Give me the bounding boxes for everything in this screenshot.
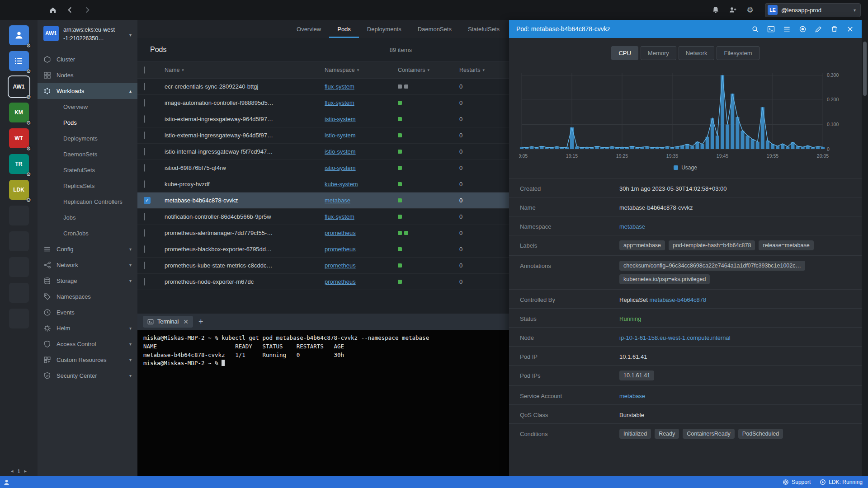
detail-link[interactable]: ip-10-1-61-158.eu-west-1.compute.interna… bbox=[619, 334, 731, 341]
row-checkbox[interactable] bbox=[144, 229, 145, 237]
pager-next-icon[interactable]: ▸ bbox=[24, 468, 27, 474]
table-row[interactable]: prometheus-node-exporter-m67dcprometheus… bbox=[137, 274, 509, 290]
gear-badge-icon[interactable]: ⚙ bbox=[26, 68, 31, 75]
sidebar-subitem-cronjobs[interactable]: CronJobs bbox=[38, 225, 137, 241]
sidebar-item-helm[interactable]: Helm▾ bbox=[38, 320, 137, 336]
table-row[interactable]: prometheus-blackbox-exporter-6795dd…prom… bbox=[137, 241, 509, 258]
hotbar-item-km[interactable]: KM⚙ bbox=[9, 103, 29, 122]
sidebar-item-access-control[interactable]: Access Control▾ bbox=[38, 336, 137, 352]
row-checkbox[interactable] bbox=[144, 213, 145, 221]
table-row[interactable]: kube-proxy-hvzdfkube-system0 bbox=[137, 176, 509, 192]
row-checkbox[interactable] bbox=[144, 115, 145, 123]
sidebar-item-network[interactable]: Network▾ bbox=[38, 257, 137, 273]
table-row[interactable]: istio-internal-ingressgateway-f5f7cd947…… bbox=[137, 144, 509, 160]
notifications-button[interactable] bbox=[711, 5, 721, 15]
shell-button[interactable] bbox=[767, 25, 775, 33]
back-button[interactable] bbox=[62, 2, 78, 18]
row-checkbox[interactable] bbox=[144, 148, 145, 155]
gear-badge-icon[interactable]: ⚙ bbox=[26, 171, 31, 178]
sidebar-item-storage[interactable]: Storage▾ bbox=[38, 273, 137, 289]
user-menu-button[interactable] bbox=[3, 479, 10, 486]
table-row[interactable]: notification-controller-86d4cb566b-9pr5w… bbox=[137, 209, 509, 225]
row-checkbox[interactable] bbox=[144, 99, 145, 107]
hotbar-item-catalog-list[interactable]: ⚙ bbox=[9, 51, 29, 71]
account-switcher[interactable]: LE @lensapp-prod ▾ bbox=[765, 3, 861, 17]
table-row[interactable]: istiod-69f876bf75-qf4rwistio-system0 bbox=[137, 160, 509, 176]
close-tab-icon[interactable]: ✕ bbox=[183, 318, 189, 325]
delete-button[interactable] bbox=[830, 25, 839, 33]
hotbar-item-aw1[interactable]: AW1⚙ bbox=[9, 77, 29, 97]
hotbar-item-tr[interactable]: TR⚙ bbox=[9, 154, 29, 174]
sidebar-item-config[interactable]: Config▾ bbox=[38, 241, 137, 257]
table-row[interactable]: prometheus-alertmanager-7dd779cf55-…prom… bbox=[137, 225, 509, 241]
support-button[interactable]: Support bbox=[783, 479, 811, 485]
table-row[interactable]: prometheus-kube-state-metrics-c8cddc…pro… bbox=[137, 258, 509, 274]
row-checkbox[interactable] bbox=[144, 245, 145, 253]
gear-badge-icon[interactable]: ⚙ bbox=[26, 120, 31, 126]
sidebar-item-workloads[interactable]: Workloads▴ bbox=[38, 83, 137, 99]
metrics-tab-filesystem[interactable]: Filesystem bbox=[717, 46, 759, 60]
home-button[interactable] bbox=[45, 2, 61, 18]
sidebar-item-namespaces[interactable]: Namespaces bbox=[38, 289, 137, 305]
table-row[interactable]: image-automation-controller-f988895d5…fl… bbox=[137, 95, 509, 111]
metrics-tab-network[interactable]: Network bbox=[679, 46, 715, 60]
tab-statefulsets[interactable]: StatefulSets bbox=[460, 20, 508, 38]
logs-button[interactable] bbox=[783, 25, 791, 33]
scrollbar-track[interactable] bbox=[862, 20, 868, 476]
row-checkbox[interactable] bbox=[144, 83, 145, 90]
close-button[interactable] bbox=[846, 25, 854, 33]
namespace-link[interactable]: prometheus bbox=[325, 230, 356, 236]
tab-pods[interactable]: Pods bbox=[329, 20, 359, 38]
cluster-status[interactable]: LDK: Running bbox=[820, 479, 863, 485]
row-checkbox[interactable] bbox=[144, 131, 145, 139]
column-header-containers[interactable]: Containers▾ bbox=[398, 67, 459, 73]
terminal-tab[interactable]: Terminal ✕ bbox=[143, 316, 193, 328]
metrics-tab-cpu[interactable]: CPU bbox=[611, 46, 638, 60]
sidebar-item-custom-resources[interactable]: Custom Resources▾ bbox=[38, 352, 137, 368]
legend-label[interactable]: Usage bbox=[681, 164, 697, 171]
namespace-link[interactable]: kube-system bbox=[325, 181, 358, 188]
gear-badge-icon[interactable]: ⚙ bbox=[26, 42, 31, 49]
table-row[interactable]: ecr-credentials-sync-28092240-bttgjflux-… bbox=[137, 79, 509, 95]
select-all-checkbox[interactable] bbox=[144, 66, 145, 74]
sidebar-subitem-replicasets[interactable]: ReplicaSets bbox=[38, 178, 137, 194]
hotbar-item-wt[interactable]: WT⚙ bbox=[9, 128, 29, 148]
table-row[interactable]: ✓metabase-b4b64c878-cvvkzmetabase0 bbox=[137, 192, 509, 209]
row-checkbox[interactable] bbox=[144, 180, 145, 188]
terminal-output[interactable]: miska@Miskas-MBP-2 ~ % kubectl get pod m… bbox=[137, 330, 509, 476]
forward-button[interactable] bbox=[80, 2, 95, 18]
row-checkbox[interactable] bbox=[144, 262, 145, 269]
pager-prev-icon[interactable]: ◂ bbox=[11, 468, 14, 474]
sidebar-subitem-deployments[interactable]: Deployments bbox=[38, 131, 137, 146]
tab-deployments[interactable]: Deployments bbox=[359, 20, 410, 38]
namespace-link[interactable]: flux-system bbox=[325, 83, 354, 90]
scrollbar-thumb[interactable] bbox=[863, 42, 867, 96]
sidebar-item-nodes[interactable]: Nodes bbox=[38, 67, 137, 83]
detail-link[interactable]: metabase bbox=[619, 393, 645, 399]
row-checkbox[interactable] bbox=[144, 278, 145, 286]
column-header-name[interactable]: Name▾ bbox=[165, 67, 325, 73]
namespace-link[interactable]: istio-system bbox=[325, 164, 356, 171]
sidebar-subitem-jobs[interactable]: Jobs bbox=[38, 210, 137, 225]
sidebar-item-cluster[interactable]: Cluster bbox=[38, 52, 137, 67]
sidebar-subitem-replication-controllers[interactable]: Replication Controllers bbox=[38, 194, 137, 210]
cluster-switcher[interactable]: AW1 arn:aws:eks:eu-west-1:210226350… ▾ bbox=[38, 20, 137, 50]
gear-badge-icon[interactable]: ⚙ bbox=[26, 94, 31, 100]
add-tab-button[interactable]: + bbox=[198, 317, 203, 327]
settings-button[interactable]: ⚙ bbox=[745, 5, 755, 15]
namespace-link[interactable]: prometheus bbox=[325, 262, 356, 269]
namespace-link[interactable]: istio-system bbox=[325, 148, 356, 155]
sidebar-subitem-statefulsets[interactable]: StatefulSets bbox=[38, 162, 137, 178]
edit-button[interactable] bbox=[814, 25, 823, 33]
table-row[interactable]: istio-external-ingressgateway-964d5f97…i… bbox=[137, 127, 509, 144]
namespace-link[interactable]: istio-system bbox=[325, 116, 356, 122]
hotbar-item-ldk[interactable]: LDK⚙ bbox=[9, 180, 29, 200]
gear-badge-icon[interactable]: ⚙ bbox=[26, 145, 31, 152]
namespace-link[interactable]: istio-system bbox=[325, 132, 356, 139]
namespace-link[interactable]: metabase bbox=[325, 197, 350, 204]
metrics-tab-memory[interactable]: Memory bbox=[641, 46, 676, 60]
row-checkbox[interactable]: ✓ bbox=[144, 197, 151, 204]
tab-daemonsets[interactable]: DaemonSets bbox=[410, 20, 460, 38]
namespace-link[interactable]: flux-system bbox=[325, 99, 354, 106]
hotbar-item-catalog[interactable]: ⚙ bbox=[9, 25, 29, 45]
